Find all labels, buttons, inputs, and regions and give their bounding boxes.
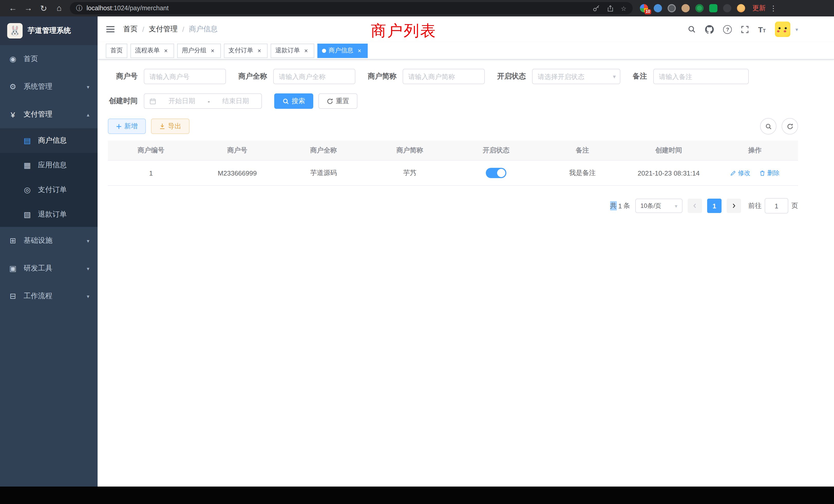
home-icon[interactable]: ⌂ <box>51 2 67 15</box>
sidebar-item-label: 首页 <box>24 54 38 64</box>
sidebar-item-pay-order[interactable]: ◎ 支付订单 <box>0 178 97 202</box>
sidebar-item-label: 商户信息 <box>38 136 67 145</box>
page-size-select[interactable]: 10条/页 ▾ <box>635 199 682 213</box>
extension-icon-green-circle[interactable] <box>695 4 704 12</box>
sidebar-item-dev-tools[interactable]: ▣ 研发工具 ▾ <box>0 255 97 282</box>
add-button[interactable]: 新增 <box>108 118 146 134</box>
sidebar-item-merchant-info[interactable]: ▤ 商户信息 <box>0 128 97 153</box>
date-start-placeholder: 开始日期 <box>161 96 203 106</box>
prev-page-button[interactable] <box>688 199 702 213</box>
delete-link[interactable]: 删除 <box>760 168 780 177</box>
search-button[interactable]: 搜索 <box>274 93 313 109</box>
profile-avatar-icon[interactable] <box>737 4 745 12</box>
document-icon: ▧ <box>23 210 32 219</box>
status-select[interactable] <box>532 69 620 84</box>
sidebar-item-system[interactable]: ⚙ 系统管理 ▾ <box>0 73 97 100</box>
desktop-strip <box>0 486 834 504</box>
edit-link[interactable]: 修改 <box>730 168 750 177</box>
next-page-button[interactable] <box>727 199 741 213</box>
merchant-no-input[interactable] <box>144 69 226 84</box>
tab-refund-order[interactable]: 退款订单× <box>271 43 314 58</box>
reset-button[interactable]: 重置 <box>319 93 357 109</box>
tab-merchant-info[interactable]: 商户信息× <box>317 43 368 58</box>
merchant-no-label: 商户号 <box>108 72 138 81</box>
hamburger-icon[interactable] <box>106 25 115 34</box>
full-name-input[interactable] <box>273 69 355 84</box>
col-header-id: 商户编号 <box>108 141 194 161</box>
extensions-puzzle-icon[interactable]: 10 <box>640 4 648 12</box>
form-item-status: 开启状态 ▾ <box>497 69 620 84</box>
table-tools <box>760 118 798 135</box>
sidebar: 🐰 芋道管理系统 ◉ 首页 ⚙ 系统管理 ▾ ¥ 支付管理 ▴ <box>0 17 97 486</box>
back-icon[interactable]: ← <box>5 2 21 15</box>
password-key-icon[interactable] <box>593 5 600 12</box>
main-panel: 首页 / 支付管理 / 商户信息 商户列表 ? <box>97 17 834 486</box>
toggle-search-button[interactable] <box>760 118 776 135</box>
share-icon[interactable] <box>607 5 614 12</box>
app-logo[interactable]: 🐰 芋道管理系统 <box>0 17 97 45</box>
sidebar-item-home[interactable]: ◉ 首页 <box>0 45 97 73</box>
fullscreen-icon[interactable] <box>741 25 749 33</box>
tab-process-form[interactable]: 流程表单× <box>130 43 174 58</box>
extension-icon-avatar[interactable] <box>681 4 690 12</box>
cell-status <box>453 161 539 185</box>
sidebar-item-pay[interactable]: ¥ 支付管理 ▴ <box>0 100 97 128</box>
app-window: 🐰 芋道管理系统 ◉ 首页 ⚙ 系统管理 ▾ ¥ 支付管理 ▴ <box>0 17 834 486</box>
sidebar-item-workflow[interactable]: ⊟ 工作流程 ▾ <box>0 282 97 310</box>
github-icon[interactable] <box>705 25 714 33</box>
table-row: 1 M233666999 芋道源码 芋艿 我是备注 2021-10-23 08:… <box>108 161 798 185</box>
search-icon[interactable] <box>688 25 696 33</box>
col-header-status: 开启状态 <box>453 141 539 161</box>
short-name-input[interactable] <box>403 69 485 84</box>
form-item-merchant-no: 商户号 <box>108 69 226 84</box>
help-icon[interactable]: ? <box>723 25 732 33</box>
app-navbar: 首页 / 支付管理 / 商户信息 商户列表 ? <box>97 17 834 42</box>
page-number-button[interactable]: 1 <box>707 199 722 213</box>
chrome-update-button[interactable]: 更新 <box>752 4 766 13</box>
refresh-button[interactable] <box>782 118 798 135</box>
sidebar-item-infra[interactable]: ⊞ 基础设施 ▾ <box>0 227 97 255</box>
reload-icon[interactable]: ↻ <box>36 2 51 15</box>
address-bar[interactable]: ⓘ localhost:1024/pay/merchant ☆ <box>70 2 633 14</box>
extensions-area: 10 <box>640 4 745 12</box>
goto-page-input[interactable] <box>765 198 788 213</box>
site-info-icon[interactable]: ⓘ <box>76 4 83 13</box>
user-avatar[interactable] <box>775 22 790 37</box>
full-name-label: 商户全称 <box>238 72 267 81</box>
breadcrumb-home[interactable]: 首页 <box>123 25 138 34</box>
sidebar-item-refund-order[interactable]: ▧ 退款订单 <box>0 202 97 227</box>
date-range-picker[interactable]: 开始日期 - 结束日期 <box>144 93 262 109</box>
chevron-down-icon: ▾ <box>87 266 89 271</box>
browser-menu-icon[interactable]: ⋮ <box>770 4 777 12</box>
close-icon[interactable]: × <box>256 47 263 54</box>
close-icon[interactable]: × <box>162 47 170 54</box>
tab-pay-order[interactable]: 支付订单× <box>224 43 267 58</box>
breadcrumb-pay[interactable]: 支付管理 <box>149 25 178 34</box>
sidebar-item-app-info[interactable]: ▦ 应用信息 <box>0 153 97 178</box>
merchant-table: 商户编号 商户号 商户全称 商户简称 开启状态 备注 创建时间 操作 1 M23… <box>108 141 798 186</box>
cell-short-name: 芋艿 <box>367 161 453 185</box>
create-time-label: 创建时间 <box>108 96 138 106</box>
bookmark-star-icon[interactable]: ☆ <box>621 4 627 12</box>
calendar-icon <box>150 98 156 105</box>
font-size-icon[interactable]: TT <box>758 25 766 33</box>
status-toggle[interactable] <box>486 168 506 178</box>
page-content: 商户号 商户全称 商户简称 开启状态 <box>97 60 834 486</box>
extension-icon-dark-puzzle[interactable] <box>723 4 731 12</box>
export-button[interactable]: 导出 <box>151 118 190 134</box>
tab-user-group[interactable]: 用户分组× <box>177 43 221 58</box>
extension-icon-dark-ring[interactable] <box>667 4 676 12</box>
sidebar-item-label: 系统管理 <box>24 82 52 91</box>
close-icon[interactable]: × <box>209 47 216 54</box>
col-header-full-name: 商户全称 <box>280 141 367 161</box>
remark-input[interactable] <box>653 69 749 84</box>
close-icon[interactable]: × <box>356 47 363 54</box>
close-icon[interactable]: × <box>303 47 310 54</box>
logo-image: 🐰 <box>7 23 23 39</box>
extension-icon-blue[interactable] <box>654 4 662 12</box>
tab-home[interactable]: 首页 <box>106 43 127 58</box>
sidebar-item-label: 应用信息 <box>38 161 67 170</box>
avatar-caret-icon[interactable]: ▾ <box>795 26 798 32</box>
forward-icon[interactable]: → <box>21 2 36 15</box>
extension-icon-green-square[interactable] <box>709 4 718 12</box>
